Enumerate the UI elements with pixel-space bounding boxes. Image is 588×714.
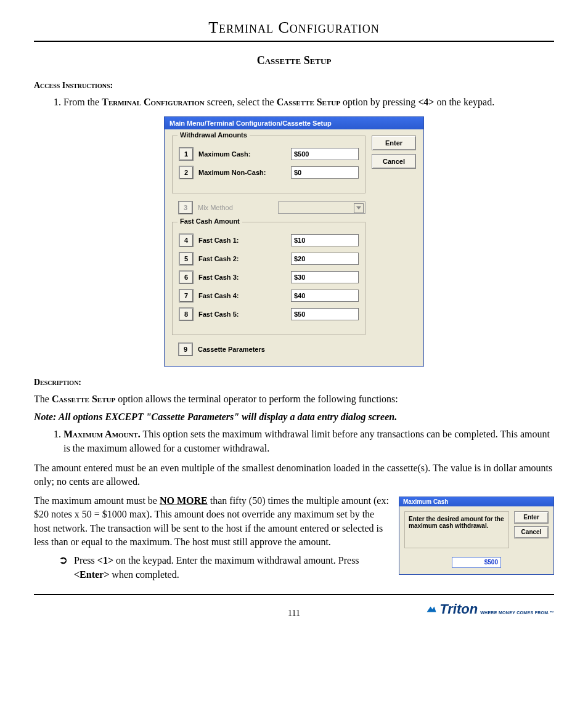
page-title: Terminal Configuration xyxy=(34,18,554,37)
fastcash5-input[interactable]: $50 xyxy=(291,308,359,320)
txt: The maximum amount must be xyxy=(34,495,160,506)
description-para-3: The maximum amount must be NO MORE than … xyxy=(34,494,390,550)
txt: option allows the terminal operator to p… xyxy=(115,394,398,404)
txt-sc: Maximum Amount. xyxy=(63,429,141,439)
cassette-setup-dialog: Main Menu/Terminal Configuration/Cassett… xyxy=(164,116,424,367)
max-noncash-label: Maximum Non-Cash: xyxy=(198,169,286,176)
page-number: 111 xyxy=(288,609,300,619)
max-cash-label: Maximum Cash: xyxy=(198,150,286,158)
fastcash1-input[interactable]: $10 xyxy=(291,234,359,246)
fastcash3-label: Fast Cash 3: xyxy=(198,274,286,281)
fastcash2-label: Fast Cash 2: xyxy=(198,255,286,262)
header-rule xyxy=(34,41,554,42)
fastcash2-input[interactable]: $20 xyxy=(291,253,359,265)
key-4: <4> xyxy=(418,97,434,107)
brand-name: Triton xyxy=(439,601,478,617)
txt: From the xyxy=(63,97,102,107)
brand-tagline: WHERE MONEY COMES FROM.™ xyxy=(480,611,554,615)
txt-u: NO MORE xyxy=(160,495,208,506)
fastcash4-label: Fast Cash 4: xyxy=(198,292,286,299)
mini-cancel-button[interactable]: Cancel xyxy=(514,526,549,538)
max-cash-dialog: Maximum Cash Enter the desired amount fo… xyxy=(399,497,554,575)
group-fastcash-title: Fast Cash Amount xyxy=(178,217,242,225)
dialog-titlebar: Main Menu/Terminal Configuration/Cassett… xyxy=(165,117,423,129)
txt: on the keypad. xyxy=(434,97,494,107)
instruction-bullet: ➲ Press <1> on the keypad. Enter the max… xyxy=(59,554,390,582)
description-note: Note: All options EXCEPT "Cassette Param… xyxy=(34,410,554,424)
mix-method-label: Mix Method xyxy=(198,204,273,211)
access-label: Access Instructions: xyxy=(34,81,554,91)
txt-sc: Terminal Configuration xyxy=(102,97,205,107)
keypad-1-button[interactable]: 1 xyxy=(179,147,194,161)
max-noncash-input[interactable]: $0 xyxy=(291,166,359,179)
description-para-2: The amount entered must be an even multi… xyxy=(34,461,554,489)
brand-logo: Triton WHERE MONEY COMES FROM.™ xyxy=(426,601,554,617)
description-intro: The Cassette Setup option allows the ter… xyxy=(34,392,554,406)
fastcash5-label: Fast Cash 5: xyxy=(198,310,286,318)
footer-rule xyxy=(34,594,554,595)
cassette-params-label: Cassette Parameters xyxy=(198,346,365,353)
txt: when completed. xyxy=(109,569,179,580)
fastcash1-label: Fast Cash 1: xyxy=(198,237,286,244)
description-item-1: Maximum Amount. This option sets the max… xyxy=(63,428,554,455)
group-withdrawal-title: Withdrawal Amounts xyxy=(178,131,250,139)
txt: screen, select the xyxy=(205,97,277,107)
keypad-2-button[interactable]: 2 xyxy=(179,166,194,179)
txt: The xyxy=(34,394,52,404)
key-enter: <Enter> xyxy=(74,569,109,580)
txt: Press xyxy=(74,555,97,566)
enter-button[interactable]: Enter xyxy=(372,136,416,150)
txt-sc: Cassette Setup xyxy=(277,97,340,107)
mix-method-combo xyxy=(278,201,365,214)
txt-sc: Cassette Setup xyxy=(52,394,115,404)
group-fastcash: Fast Cash Amount 4 Fast Cash 1: $10 5 Fa… xyxy=(172,222,365,335)
brand-mark-icon xyxy=(426,604,437,615)
mini-prompt: Enter the desired amount for the maximum… xyxy=(404,511,509,548)
mini-amount-input[interactable]: $500 xyxy=(452,557,501,568)
keypad-9-button[interactable]: 9 xyxy=(178,343,193,356)
arrow-icon: ➲ xyxy=(59,554,68,567)
fastcash4-input[interactable]: $40 xyxy=(291,290,359,302)
keypad-7-button[interactable]: 7 xyxy=(179,289,194,302)
keypad-6-button[interactable]: 6 xyxy=(179,270,194,284)
mini-titlebar: Maximum Cash xyxy=(399,497,553,506)
max-cash-input[interactable]: $500 xyxy=(291,148,359,160)
keypad-3-button: 3 xyxy=(178,201,193,214)
fastcash3-input[interactable]: $30 xyxy=(291,271,359,283)
txt: on the keypad. Enter the maximum withdra… xyxy=(113,555,359,566)
mini-enter-button[interactable]: Enter xyxy=(514,511,549,524)
group-withdrawal: Withdrawal Amounts 1 Maximum Cash: $500 … xyxy=(172,136,365,193)
access-step-1: From the Terminal Configuration screen, … xyxy=(63,95,554,109)
description-label: Description: xyxy=(34,378,554,387)
section-title: Cassette Setup xyxy=(34,54,554,67)
keypad-8-button[interactable]: 8 xyxy=(179,307,194,321)
key-1: <1> xyxy=(97,555,113,566)
keypad-4-button[interactable]: 4 xyxy=(179,233,194,247)
txt: option by pressing xyxy=(340,97,418,107)
keypad-5-button[interactable]: 5 xyxy=(179,252,194,266)
cancel-button[interactable]: Cancel xyxy=(372,154,416,169)
